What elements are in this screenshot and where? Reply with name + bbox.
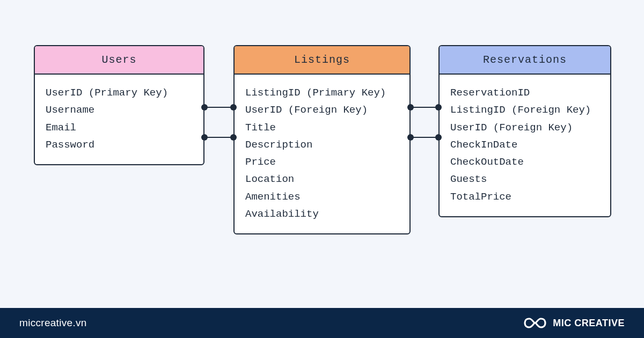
connector-line: [411, 137, 438, 138]
entity-users: UsersUserID (Primary Key)UsernameEmailPa…: [34, 45, 204, 165]
entity-header-listings: Listings: [235, 46, 409, 75]
entity-field: UserID (Primary Key): [46, 84, 193, 101]
entity-field: TotalPrice: [450, 188, 599, 205]
entity-body-users: UserID (Primary Key)UsernameEmailPasswor…: [35, 75, 203, 164]
entity-header-users: Users: [35, 46, 203, 75]
connector-line: [411, 107, 438, 108]
footer-brand-label: MIC CREATIVE: [553, 318, 625, 329]
entity-field: Price: [245, 153, 399, 171]
entity-field: ReservationID: [450, 84, 599, 101]
entity-field: Username: [46, 101, 193, 119]
connector-endpoint-icon: [230, 134, 237, 141]
footer-brand: MIC CREATIVE: [524, 317, 625, 329]
entity-field: Availability: [245, 205, 399, 223]
entity-field: CheckOutDate: [450, 153, 599, 171]
entity-field: Amenities: [245, 188, 399, 205]
diagram-canvas: UsersUserID (Primary Key)UsernameEmailPa…: [0, 0, 644, 300]
entity-listings: ListingsListingID (Primary Key)UserID (F…: [233, 45, 411, 234]
footer-bar: miccreative.vn MIC CREATIVE: [0, 308, 644, 338]
entity-field: Description: [245, 136, 399, 153]
entity-header-reservations: Reservations: [440, 46, 610, 75]
connector-line: [204, 137, 233, 138]
connector-startpoint-icon: [201, 134, 208, 141]
connector-startpoint-icon: [201, 104, 208, 111]
entity-field: ListingID (Foreign Key): [450, 101, 599, 119]
connector-startpoint-icon: [407, 104, 414, 111]
connector-endpoint-icon: [435, 104, 442, 111]
connector-endpoint-icon: [230, 104, 237, 111]
entity-field: Title: [245, 119, 399, 136]
connector-startpoint-icon: [407, 134, 414, 141]
entity-field: ListingID (Primary Key): [245, 84, 399, 101]
entity-field: CheckInDate: [450, 136, 599, 153]
entity-field: Password: [46, 136, 193, 153]
connector-line: [204, 107, 233, 108]
connector-endpoint-icon: [435, 134, 442, 141]
footer-url: miccreative.vn: [19, 317, 87, 329]
infinity-logo-icon: [524, 317, 546, 329]
entity-reservations: ReservationsReservationIDListingID (Fore…: [438, 45, 611, 217]
entity-field: UserID (Foreign Key): [245, 101, 399, 119]
entity-field: Location: [245, 171, 399, 188]
entity-field: UserID (Foreign Key): [450, 119, 599, 136]
entity-field: Guests: [450, 171, 599, 188]
entity-body-reservations: ReservationIDListingID (Foreign Key)User…: [440, 75, 610, 216]
entity-body-listings: ListingID (Primary Key)UserID (Foreign K…: [235, 75, 409, 233]
entity-field: Email: [46, 119, 193, 136]
